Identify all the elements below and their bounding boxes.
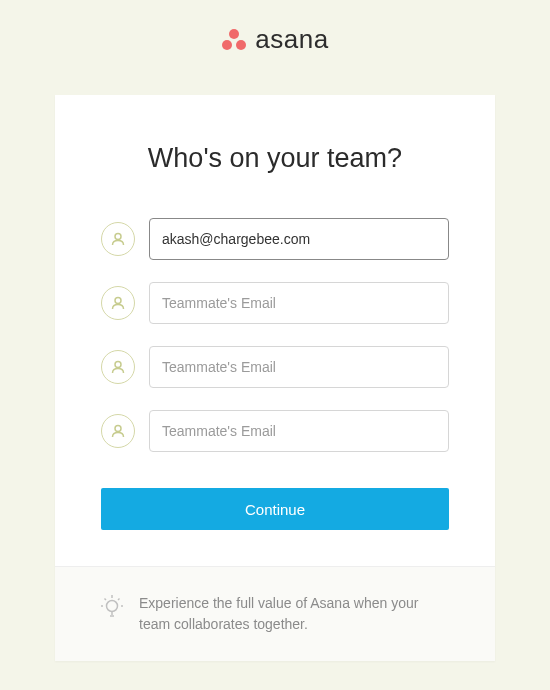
svg-point-6 [115,426,121,432]
email-row-1 [101,282,449,324]
asana-dots-icon [221,28,247,52]
svg-point-0 [229,29,239,39]
page-title: Who's on your team? [101,143,449,174]
svg-line-14 [118,599,120,601]
person-icon [101,222,135,256]
email-row-2 [101,346,449,388]
svg-line-13 [105,599,107,601]
tip-footer: Experience the full value of Asana when … [55,566,495,661]
lightbulb-icon [101,595,123,623]
tip-text: Experience the full value of Asana when … [139,593,449,635]
brand-name: asana [255,24,328,55]
svg-point-4 [115,298,121,304]
email-input-1[interactable] [149,282,449,324]
email-input-3[interactable] [149,410,449,452]
person-icon [101,286,135,320]
brand-logo: asana [0,24,550,55]
email-row-0 [101,218,449,260]
invite-card: Who's on your team? [55,95,495,661]
email-input-0[interactable] [149,218,449,260]
svg-point-2 [236,40,246,50]
continue-button[interactable]: Continue [101,488,449,530]
svg-point-3 [115,234,121,240]
email-input-2[interactable] [149,346,449,388]
person-icon [101,350,135,384]
svg-point-7 [107,601,118,612]
svg-point-5 [115,362,121,368]
svg-point-1 [222,40,232,50]
person-icon [101,414,135,448]
email-row-3 [101,410,449,452]
